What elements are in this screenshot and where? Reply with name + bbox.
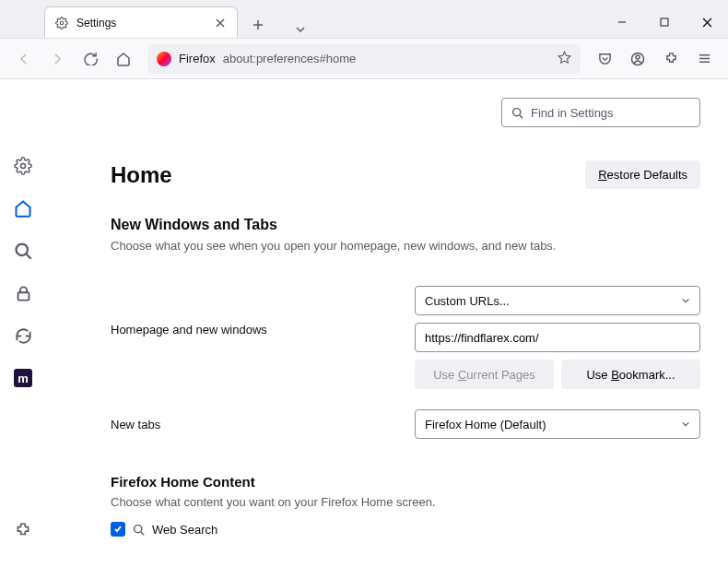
toolbar: Firefox about:preferences#home <box>0 39 728 79</box>
svg-marker-2 <box>558 52 570 63</box>
forward-button[interactable] <box>42 44 72 74</box>
newtabs-label: New tabs <box>111 418 415 431</box>
find-in-settings[interactable]: Find in Settings <box>501 98 700 127</box>
extensions-button[interactable] <box>656 44 686 74</box>
sidebar-general[interactable] <box>12 155 34 177</box>
url-prefix: Firefox <box>179 52 216 65</box>
titlebar: Settings <box>0 0 728 39</box>
close-icon[interactable] <box>213 16 228 30</box>
websearch-checkbox[interactable] <box>111 522 125 537</box>
svg-rect-7 <box>18 292 29 300</box>
menu-button[interactable] <box>689 44 719 74</box>
section-home-content-desc: Choose what content you want on your Fir… <box>111 495 700 509</box>
homepage-select[interactable]: Custom URLs... <box>415 286 700 315</box>
section-new-windows-desc: Choose what you see when you open your h… <box>111 239 700 253</box>
sidebar-extensions[interactable] <box>12 519 34 541</box>
firefox-logo-icon <box>157 52 171 66</box>
window-controls <box>601 6 728 38</box>
search-placeholder: Find in Settings <box>531 106 614 120</box>
newtabs-select[interactable]: Firefox Home (Default) <box>415 409 700 439</box>
section-home-content-title: Firefox Home Content <box>111 474 700 490</box>
tabs-dropdown-icon[interactable] <box>295 24 306 38</box>
svg-point-4 <box>636 55 640 59</box>
svg-point-0 <box>60 21 64 25</box>
account-button[interactable] <box>623 44 652 74</box>
chevron-down-icon <box>681 296 690 305</box>
browser-tab[interactable]: Settings <box>44 6 238 38</box>
restore-defaults-button[interactable]: Restore Defaults <box>585 160 700 189</box>
svg-point-8 <box>513 108 521 115</box>
m-icon: m <box>14 369 32 387</box>
page-heading: Home <box>111 162 172 188</box>
newtabs-select-value: Firefox Home (Default) <box>425 418 546 431</box>
content: m Find in Settings Home Restore Defaults… <box>0 79 728 567</box>
svg-point-5 <box>21 164 26 169</box>
sidebar-sync[interactable] <box>12 325 34 347</box>
homepage-url-input[interactable] <box>415 323 700 352</box>
close-window-button[interactable] <box>686 6 728 38</box>
svg-point-6 <box>17 244 29 256</box>
sidebar-more[interactable]: m <box>12 367 34 389</box>
svg-point-9 <box>135 525 142 532</box>
settings-sidebar: m <box>0 79 46 567</box>
section-new-windows-title: New Windows and Tabs <box>111 217 700 233</box>
search-icon <box>133 524 145 536</box>
svg-rect-1 <box>661 18 668 26</box>
bookmark-star-icon[interactable] <box>558 51 571 67</box>
url-path: about:preferences#home <box>223 52 357 65</box>
sidebar-search[interactable] <box>12 240 34 262</box>
websearch-label: Web Search <box>152 523 217 537</box>
sidebar-home[interactable] <box>12 197 34 219</box>
new-tab-button[interactable] <box>245 12 271 38</box>
tab-title: Settings <box>76 17 205 30</box>
pocket-button[interactable] <box>590 44 619 74</box>
homepage-select-value: Custom URLs... <box>425 294 510 308</box>
search-icon <box>511 107 523 119</box>
chevron-down-icon <box>681 419 690 429</box>
maximize-button[interactable] <box>643 6 686 38</box>
homepage-label: Homepage and new windows <box>111 286 415 389</box>
minimize-button[interactable] <box>601 6 643 38</box>
back-button[interactable] <box>9 44 39 74</box>
address-bar[interactable]: Firefox about:preferences#home <box>147 44 581 74</box>
reload-button[interactable] <box>76 44 105 74</box>
gear-icon <box>54 16 69 30</box>
use-current-pages-button[interactable]: Use Current Pages <box>415 360 554 389</box>
settings-main: Find in Settings Home Restore Defaults N… <box>46 79 728 567</box>
use-bookmark-button[interactable]: Use Bookmark... <box>561 360 700 389</box>
sidebar-privacy[interactable] <box>12 282 34 304</box>
home-button[interactable] <box>109 44 138 74</box>
